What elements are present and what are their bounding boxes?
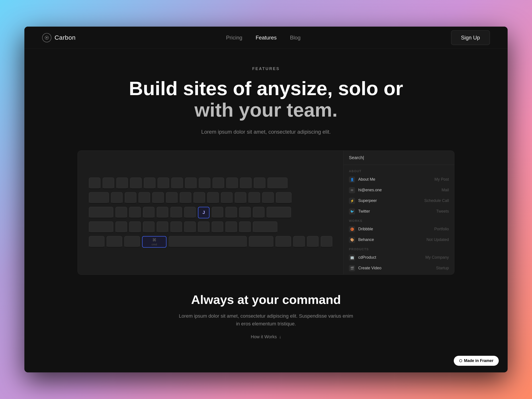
key-backspace — [267, 177, 287, 189]
search-item-superpeer[interactable]: ⚡ Superpeer Schedule Call — [344, 196, 454, 206]
key-7 — [185, 177, 197, 189]
key-rcmd — [249, 236, 273, 248]
search-item-left: ⚡ Superpeer — [349, 198, 377, 204]
dribbble-value: Portfolio — [434, 227, 449, 231]
key-backslash — [276, 192, 291, 204]
key-rshift — [253, 222, 277, 233]
search-item-left: 🎬 Create Video — [349, 265, 381, 271]
createvideo-name: Create Video — [358, 266, 381, 270]
search-section-about: ABOUT — [344, 167, 454, 174]
aboutme-name: About Me — [358, 177, 375, 182]
hero-title: Build sites of anysize, solo or with you… — [129, 78, 403, 121]
nav-blog[interactable]: Blog — [290, 35, 301, 41]
key-equals — [254, 177, 265, 189]
signup-button[interactable]: Sign Up — [451, 30, 490, 45]
key-row-3: J — [89, 207, 332, 218]
key-lshift — [89, 222, 113, 233]
key-0 — [226, 177, 238, 189]
cdproduct-value: My Company — [425, 255, 449, 260]
key-w — [125, 192, 136, 204]
hero-title-line2: with your team. — [194, 99, 337, 121]
search-item-left: 🐦 Twitter — [349, 208, 370, 215]
key-z — [115, 222, 127, 233]
key-1 — [103, 177, 114, 189]
search-item-left: 🏀 Dribbble — [349, 226, 373, 232]
search-item-createvideo[interactable]: 🎬 Create Video Startup — [344, 263, 454, 273]
key-6 — [171, 177, 183, 189]
key-b — [171, 222, 182, 233]
section-label: FEATURES — [252, 66, 280, 71]
svg-point-2 — [46, 37, 47, 38]
superpeer-icon: ⚡ — [349, 198, 355, 204]
key-p — [235, 192, 246, 204]
key-v — [157, 222, 168, 233]
search-results: ABOUT 👤 About Me My Post ✉ hi@enes.one — [344, 165, 454, 274]
key-rbracket — [262, 192, 274, 204]
key-4 — [144, 177, 155, 189]
behance-value: Not Updated — [426, 237, 449, 242]
search-text: Search| — [349, 155, 364, 160]
search-item-aboutme[interactable]: 👤 About Me My Post — [344, 174, 454, 185]
keyboard-section: J — [78, 151, 343, 274]
behance-icon: 🎨 — [349, 237, 355, 243]
key-c — [143, 222, 154, 233]
key-8 — [199, 177, 210, 189]
nav-features[interactable]: Features — [256, 35, 277, 41]
search-item-cdproduct[interactable]: 🏢 cdProduct My Company — [344, 252, 454, 263]
key-e — [139, 192, 150, 204]
framer-label: Made in Framer — [464, 358, 494, 363]
email-icon: ✉ — [349, 187, 355, 193]
key-3 — [130, 177, 142, 189]
key-minus — [240, 177, 252, 189]
search-item-email[interactable]: ✉ hi@enes.one Mail — [344, 185, 454, 196]
search-item-left: 🎨 Behance — [349, 237, 374, 243]
key-caps — [89, 207, 113, 218]
dribbble-icon: 🏀 — [349, 226, 355, 232]
key-tilde — [89, 177, 101, 189]
logo-icon — [42, 33, 51, 42]
key-cmd: ⌘ cmd — [142, 236, 166, 248]
key-ctrl — [107, 236, 122, 248]
cdproduct-name: cdProduct — [358, 255, 376, 260]
key-d — [143, 207, 154, 218]
key-row-5: ⌘ cmd — [89, 236, 332, 248]
twitter-value: Tweets — [436, 209, 449, 214]
browser-window: Carbon Pricing Features Blog Sign Up FEA… — [24, 27, 508, 372]
key-f — [157, 207, 168, 218]
logo: Carbon — [42, 33, 76, 42]
key-h — [184, 207, 196, 218]
search-item-twitter[interactable]: 🐦 Twitter Tweets — [344, 206, 454, 217]
key-q — [111, 192, 123, 204]
search-item-left: 🏢 cdProduct — [349, 254, 376, 261]
nav-pricing[interactable]: Pricing — [226, 35, 242, 41]
key-r — [152, 192, 164, 204]
key-quote — [253, 207, 265, 218]
key-option — [124, 236, 140, 248]
cdproduct-icon: 🏢 — [349, 254, 355, 261]
dribbble-name: Dribbble — [358, 227, 373, 231]
key-row-1 — [89, 177, 332, 189]
key-m — [198, 222, 209, 233]
framer-icon: ⬡ — [459, 359, 462, 363]
how-it-works-label: How it Works — [251, 334, 277, 339]
chevron-down-icon: ↓ — [279, 334, 281, 339]
key-g — [171, 207, 182, 218]
key-y — [180, 192, 191, 204]
search-section: Search| ABOUT 👤 About Me My Post — [343, 151, 454, 274]
search-item-behance[interactable]: 🎨 Behance Not Updated — [344, 234, 454, 245]
logo-text: Carbon — [55, 34, 76, 41]
aboutme-icon: 👤 — [349, 177, 355, 183]
key-5 — [158, 177, 169, 189]
demo-container: J — [78, 151, 454, 275]
search-section-products: PRODUCTS — [344, 245, 454, 252]
email-name: hi@enes.one — [358, 188, 382, 192]
key-9 — [213, 177, 224, 189]
key-space — [169, 236, 247, 248]
framer-badge[interactable]: ⬡ Made in Framer — [454, 356, 499, 366]
how-it-works-button[interactable]: How it Works ↓ — [251, 334, 281, 339]
search-item-dribbble[interactable]: 🏀 Dribbble Portfolio — [344, 224, 454, 234]
key-period — [225, 222, 237, 233]
key-left — [293, 236, 305, 248]
key-s — [129, 207, 141, 218]
search-section-works: WORKS — [344, 217, 454, 224]
